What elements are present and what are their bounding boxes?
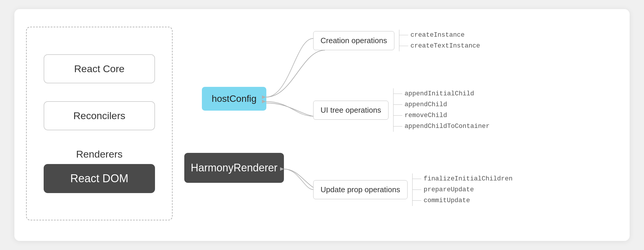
react-core-label: React Core <box>74 63 125 74</box>
commit-update-row: commitUpdate <box>413 195 513 206</box>
reconcilers-label: Reconcilers <box>73 110 125 121</box>
renderers-section: Renderers React DOM <box>44 148 155 193</box>
ui-tree-operations-box: UI tree operations <box>313 101 389 120</box>
host-config-label: hostConfig <box>212 93 257 104</box>
react-dom-label: React DOM <box>70 172 128 185</box>
left-architecture-box: React Core Reconcilers Renderers React D… <box>26 27 173 220</box>
harmony-renderer-node: HarmonyRenderer <box>184 153 284 183</box>
creation-items-block: createInstance createTextInstance <box>399 30 480 51</box>
remove-child-text: removeChild <box>402 112 447 119</box>
finalize-initial-children-text: finalizeInitialChildren <box>421 175 513 183</box>
right-section: Creation operations createInstance creat… <box>313 21 624 235</box>
update-prop-operations-group: Update prop operations finalizeInitialCh… <box>313 173 512 206</box>
diagram-container: React Core Reconcilers Renderers React D… <box>14 9 630 241</box>
ui-tree-operations-label: UI tree operations <box>321 106 381 114</box>
append-initial-child-row: appendInitialChild <box>393 88 490 99</box>
append-child-row: appendChild <box>393 99 490 110</box>
remove-child-row: removeChild <box>393 110 490 121</box>
append-child-to-container-text: appendChildToContainer <box>402 123 490 130</box>
append-child-to-container-row: appendChildToContainer <box>393 121 490 132</box>
reconcilers-box: Reconcilers <box>44 101 155 130</box>
create-instance-row: createInstance <box>399 30 480 40</box>
react-dom-box: React DOM <box>44 164 155 193</box>
update-prop-operations-box: Update prop operations <box>313 180 408 199</box>
prepare-update-text: prepareUpdate <box>421 186 474 193</box>
harmony-renderer-label: HarmonyRenderer <box>191 162 277 174</box>
append-child-text: appendChild <box>402 101 447 108</box>
ui-tree-items-block: appendInitialChild appendChild removeChi… <box>393 88 490 132</box>
finalize-initial-children-row: finalizeInitialChildren <box>413 173 513 184</box>
creation-operations-box: Creation operations <box>313 31 394 50</box>
renderers-label: Renderers <box>76 148 123 160</box>
react-core-box: React Core <box>44 54 155 83</box>
ui-tree-operations-group: UI tree operations appendInitialChild ap… <box>313 88 490 132</box>
host-config-node: hostConfig <box>202 87 266 111</box>
update-prop-operations-label: Update prop operations <box>321 185 400 194</box>
create-text-instance-text: createTextInstance <box>408 42 480 50</box>
creation-operations-group: Creation operations createInstance creat… <box>313 30 480 51</box>
append-initial-child-text: appendInitialChild <box>402 90 474 97</box>
create-text-instance-row: createTextInstance <box>399 40 480 51</box>
prepare-update-row: prepareUpdate <box>413 184 513 195</box>
creation-operations-label: Creation operations <box>321 36 387 45</box>
create-instance-text: createInstance <box>408 31 465 39</box>
update-prop-items-block: finalizeInitialChildren prepareUpdate co… <box>412 173 513 206</box>
commit-update-text: commitUpdate <box>421 197 470 204</box>
